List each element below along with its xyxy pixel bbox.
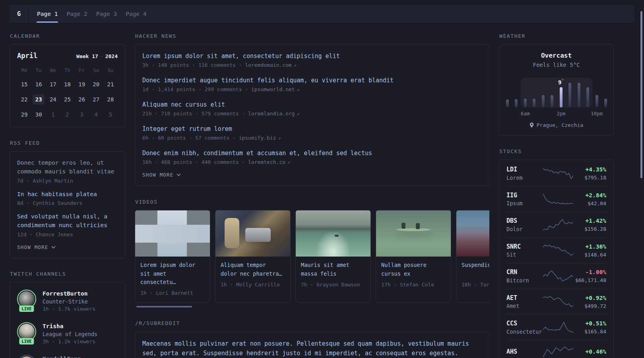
stock-symbol: IIG (506, 192, 543, 200)
weather-bar (596, 95, 598, 107)
story-domain-link[interactable]: ipsumworld.net (251, 86, 295, 92)
stock-price: $165.84 (573, 329, 606, 335)
story-title-link[interactable]: Lorem ipsum dolor sit amet, consectetur … (142, 52, 482, 60)
stock-row[interactable]: IIG Ipsum +2.84% $42.04 (506, 186, 606, 212)
story-domain-link[interactable]: loremtech.co (248, 159, 285, 165)
stock-symbol: AET (506, 294, 543, 302)
story-item: Lorem ipsum dolor sit amet, consectetur … (142, 52, 482, 68)
calendar-section: CALENDAR April Week 17·2024 MoTuWeThFrSa… (10, 33, 125, 127)
nav-tab-page-4[interactable]: Page 4 (121, 5, 151, 23)
nav-tab-page-3[interactable]: Page 3 (92, 5, 121, 23)
calendar-week-label: Week 17 (76, 53, 98, 59)
rss-article-link[interactable]: Donec tempor eros leo, ut commodo mauris… (17, 159, 118, 176)
stock-row[interactable]: AET Amet +0.92% $499.72 (506, 289, 606, 315)
video-thumbnail[interactable] (296, 210, 370, 257)
stock-row[interactable]: DBS Dolor +1.42% $156.28 (506, 212, 606, 237)
weekday-label: Su (103, 68, 118, 73)
story-item: Donec enim nibh, condimentum et accumsan… (142, 149, 482, 165)
video-thumbnail[interactable] (456, 210, 489, 257)
video-card[interactable]: Mauris sit amet massa felis 7h · Grayson… (295, 210, 371, 303)
story-meta: 6h · 60 points · 57 comments · ipsumify.… (142, 135, 482, 141)
story-meta-text: 21h · 710 points · 579 comments · (142, 111, 248, 117)
channel-name-link[interactable]: KendallCarr (43, 355, 81, 358)
story-item: Donec imperdiet augue tincidunt felis al… (142, 76, 482, 92)
rss-article-meta: 8d · Cynthia Saunders (17, 200, 118, 206)
stock-identity: DBS Dolor (506, 217, 543, 232)
page-tabs: Page 1Page 2Page 3Page 4 (33, 5, 151, 23)
video-card[interactable]: Aliquam tempor dolor nec pharetra… 1h · … (215, 210, 291, 303)
channel-name-link[interactable]: Trisha (43, 322, 97, 330)
story-title-link[interactable]: Integer eget rutrum lorem (142, 125, 482, 133)
story-meta-text: 6h · 60 points · 57 comments · (142, 135, 239, 141)
stock-change-percent: +1.36% (573, 243, 606, 251)
twitch-section-title: TWITCH CHANNELS (10, 271, 125, 277)
rss-article-link[interactable]: In hac habitasse platea (17, 190, 118, 199)
reddit-post-title-link[interactable]: Maecenas mollis pulvinar erat non posuer… (142, 339, 482, 358)
calendar-day: 16 (31, 79, 46, 90)
story-domain-link[interactable]: ipsumify.biz (239, 135, 276, 141)
chevron-down-icon (177, 173, 181, 176)
stocks-card: LDI Lorem +4.35% $795.18 IIG Ipsum +2.84… (499, 160, 614, 358)
calendar-day: 28 (103, 94, 118, 105)
stock-change-percent: -1.00% (573, 268, 606, 276)
rss-show-more-button[interactable]: SHOW MORE (17, 244, 56, 250)
story-title-link[interactable]: Donec imperdiet augue tincidunt felis al… (142, 76, 482, 85)
nav-tab-page-1[interactable]: Page 1 (33, 5, 62, 23)
videos-scrollbar[interactable] (135, 306, 489, 307)
video-card[interactable]: Suspendisse diam 18h · Tara (456, 210, 489, 303)
video-meta: 1h · Lori Barnett (140, 290, 205, 296)
video-title-link[interactable]: Suspendisse diam (462, 261, 489, 278)
video-thumbnail[interactable] (135, 210, 210, 257)
video-card[interactable]: Nullam posuere cursus ex 17h · Stefan Co… (376, 210, 451, 303)
stock-row[interactable]: AHS +0.46% (506, 340, 606, 358)
channel-avatar: LIVE (17, 290, 36, 309)
calendar-day: 23 (33, 94, 45, 105)
story-domain-link[interactable]: loremlandia.org (248, 111, 295, 117)
stock-row[interactable]: CRN Bitcorn -1.00% $66,171.48 (506, 263, 606, 289)
stock-sparkline-chart (543, 193, 573, 205)
stock-row[interactable]: SNRC Sit +1.36% $148.64 (506, 237, 606, 263)
weather-bar (568, 83, 571, 107)
stock-identity: AET Amet (506, 294, 543, 309)
stock-symbol: LDI (506, 166, 543, 174)
twitch-channel-row[interactable]: LIVE Trisha League of Legends 3h · 1.2k … (17, 322, 118, 344)
hackernews-section: HACKER NEWS Lorem ipsum dolor sit amet, … (135, 33, 489, 186)
hackernews-show-more-button[interactable]: SHOW MORE (142, 172, 181, 178)
stock-symbol: AHS (506, 348, 543, 356)
calendar-section-title: CALENDAR (10, 33, 125, 39)
video-card[interactable]: Lorem ipsum dolor sit amet consectetu… 1… (135, 210, 210, 303)
stock-name: Lorem (506, 175, 543, 181)
story-meta-text: 16h · 468 points · 440 comments · (142, 159, 248, 165)
weather-bar (578, 83, 580, 107)
stock-row[interactable]: CCS Consectetur +0.51% $165.84 (506, 314, 606, 340)
twitch-channel-row[interactable]: KendallCarr (17, 355, 118, 358)
stock-change-percent: +1.42% (573, 217, 606, 225)
twitch-channel-row[interactable]: LIVE ForrestBurton Counter-Strike 1h · 1… (17, 290, 118, 312)
story-domain-link[interactable]: loremdomain.com (245, 62, 291, 68)
calendar-day: 5 (103, 109, 118, 120)
weekday-label: We (46, 68, 60, 73)
reddit-post: Maecenas mollis pulvinar erat non posuer… (142, 339, 482, 358)
videos-scrollbar-thumb[interactable] (136, 306, 192, 307)
page-scrollbar-thumb[interactable] (640, 11, 642, 178)
channel-name-link[interactable]: ForrestBurton (43, 290, 95, 298)
subreddit-card: Maecenas mollis pulvinar erat non posuer… (135, 331, 489, 358)
weather-location-text: Prague, Czechia (537, 122, 583, 128)
stock-row[interactable]: LDI Lorem +4.35% $795.18 (506, 161, 606, 186)
video-meta: 1h · Molly Carrillo (221, 282, 285, 288)
video-thumbnail[interactable] (215, 210, 290, 257)
rss-article-link[interactable]: Sed volutpat nulla nisl, a condimentum n… (17, 212, 118, 230)
story-title-link[interactable]: Aliquam nec cursus elit (142, 101, 482, 109)
stock-price: $795.18 (573, 175, 606, 181)
story-title-link[interactable]: Donec enim nibh, condimentum et accumsan… (142, 149, 482, 158)
nav-tab-page-2[interactable]: Page 2 (62, 5, 91, 23)
video-title-link[interactable]: Nullam posuere cursus ex (381, 261, 446, 278)
video-title-link[interactable]: Aliquam tempor dolor nec pharetra… (221, 261, 285, 278)
weekday-label: Sa (89, 68, 103, 73)
stock-name: Dolor (506, 226, 543, 232)
video-title-link[interactable]: Mauris sit amet massa felis (301, 261, 365, 278)
video-thumbnail[interactable] (376, 210, 451, 257)
video-title-link[interactable]: Lorem ipsum dolor sit amet consectetu… (140, 261, 205, 287)
stock-price: $42.04 (573, 200, 606, 206)
chevron-down-icon (51, 246, 56, 249)
